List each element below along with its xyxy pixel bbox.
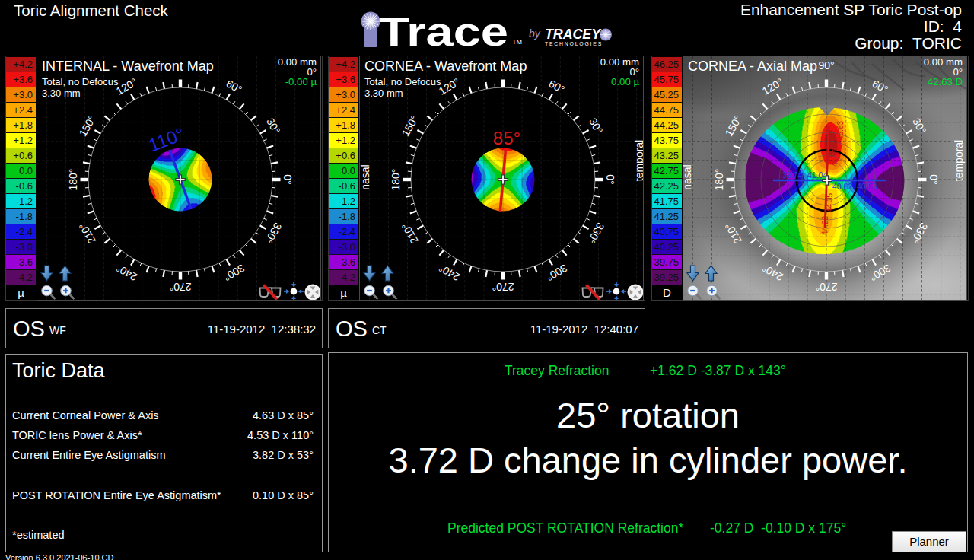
svg-text:90°: 90° bbox=[818, 59, 834, 72]
svg-text:TM: TM bbox=[512, 38, 522, 46]
svg-text:270°: 270° bbox=[492, 281, 514, 293]
svg-text:270°: 270° bbox=[170, 281, 192, 293]
svg-text:40.56: 40.56 bbox=[857, 182, 877, 191]
svg-text:45.16: 45.16 bbox=[831, 148, 839, 167]
svg-text:210°: 210° bbox=[399, 221, 421, 246]
svg-text:45.63: 45.63 bbox=[836, 121, 845, 140]
svg-text:41.04: 41.04 bbox=[807, 170, 827, 180]
svg-text:nasal: nasal bbox=[360, 164, 371, 189]
svg-text:temporal: temporal bbox=[633, 140, 644, 181]
svg-text:30°: 30° bbox=[264, 116, 282, 135]
svg-text:temporal: temporal bbox=[953, 140, 965, 181]
svg-text:240°: 240° bbox=[114, 262, 139, 283]
svg-text:150°: 150° bbox=[77, 113, 98, 138]
svg-text:0°: 0° bbox=[282, 174, 294, 184]
svg-text:39.74: 39.74 bbox=[782, 170, 802, 180]
svg-text:0°: 0° bbox=[604, 174, 616, 184]
svg-text:270°: 270° bbox=[816, 281, 838, 293]
svg-text:330°: 330° bbox=[585, 221, 606, 246]
svg-text:TECHNOLOGIES: TECHNOLOGIES bbox=[545, 40, 603, 47]
svg-text:150°: 150° bbox=[399, 113, 421, 138]
svg-text:85°: 85° bbox=[493, 128, 520, 148]
svg-text:44.22: 44.22 bbox=[821, 216, 829, 235]
svg-text:60°: 60° bbox=[546, 77, 566, 95]
svg-text:180°: 180° bbox=[390, 169, 402, 191]
svg-text:by: by bbox=[529, 27, 541, 40]
svg-text:nasal: nasal bbox=[683, 164, 693, 189]
svg-text:210°: 210° bbox=[77, 221, 98, 246]
svg-text:330°: 330° bbox=[263, 221, 284, 246]
svg-text:300°: 300° bbox=[221, 262, 247, 283]
svg-text:0°: 0° bbox=[928, 174, 940, 184]
svg-text:300°: 300° bbox=[544, 262, 569, 283]
svg-text:180°: 180° bbox=[713, 169, 725, 191]
svg-text:30°: 30° bbox=[587, 116, 605, 135]
svg-text:60°: 60° bbox=[224, 77, 244, 95]
svg-text:44.35: 44.35 bbox=[826, 193, 834, 212]
svg-text:Trace: Trace bbox=[379, 8, 508, 48]
svg-text:180°: 180° bbox=[67, 169, 79, 191]
svg-text:TRACEY: TRACEY bbox=[545, 26, 602, 42]
svg-text:240°: 240° bbox=[437, 262, 462, 283]
svg-text:40.82: 40.82 bbox=[832, 182, 852, 191]
